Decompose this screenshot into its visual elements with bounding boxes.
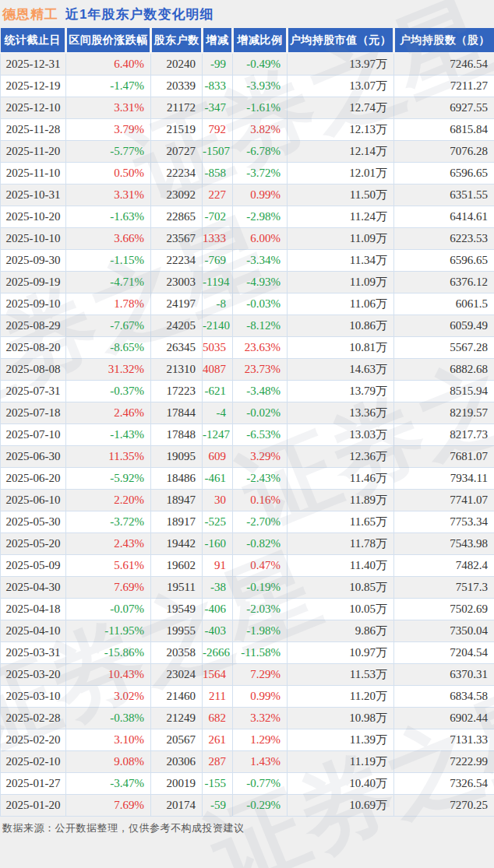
cell-value: 11.24万 [288, 206, 394, 228]
cell-delta: 682 [203, 708, 233, 729]
cell-delta: 30 [203, 490, 233, 511]
cell-pct: 3.10% [66, 729, 151, 751]
cell-pct: 3.31% [66, 184, 151, 206]
cell-delta: 792 [203, 119, 233, 141]
cell-value: 13.03万 [288, 424, 394, 446]
table-row: 2025-07-31-0.37%17223-621-3.48%13.79万851… [1, 381, 494, 402]
table-row: 2025-05-202.43%19442-160-0.82%11.78万7543… [1, 533, 494, 555]
cell-holders: 18947 [151, 490, 203, 511]
cell-shares: 7270.25 [394, 795, 494, 817]
cell-shares: 6815.84 [394, 119, 494, 141]
cell-delta: 1333 [203, 228, 233, 250]
cell-delta: -38 [203, 577, 233, 599]
cell-holders: 22865 [151, 206, 203, 228]
cell-pct: -1.63% [66, 206, 151, 228]
cell-date: 2025-08-08 [1, 359, 66, 381]
cell-shares: 7211.27 [394, 76, 494, 97]
cell-value: 11.09万 [288, 228, 394, 250]
cell-delta: -702 [203, 206, 233, 228]
cell-shares: 7517.3 [394, 577, 494, 599]
cell-value: 12.14万 [288, 141, 394, 163]
cell-delta: -403 [203, 620, 233, 642]
cell-shares: 7204.54 [394, 642, 494, 664]
cell-value: 11.19万 [288, 751, 394, 773]
cell-date: 2025-09-10 [1, 293, 66, 315]
cell-pct: 2.46% [66, 402, 151, 424]
table-row: 2025-11-283.79%215197923.82%12.13万6815.8… [1, 119, 494, 141]
cell-pct: -1.43% [66, 424, 151, 446]
cell-holders: 19095 [151, 446, 203, 468]
cell-shares: 8515.94 [394, 381, 494, 402]
cell-date: 2025-12-19 [1, 76, 66, 97]
cell-date: 2025-03-31 [1, 642, 66, 664]
cell-holders: 19442 [151, 533, 203, 555]
cell-ratio: -1.98% [233, 620, 288, 642]
page-title: 德恩精工近1年股东户数变化明细 [0, 0, 494, 28]
cell-shares: 7222.99 [394, 751, 494, 773]
cell-value: 11.50万 [288, 184, 394, 206]
cell-ratio: -0.82% [233, 533, 288, 555]
cell-holders: 20727 [151, 141, 203, 163]
cell-value: 11.46万 [288, 468, 394, 490]
cell-holders: 20567 [151, 729, 203, 751]
table-row: 2025-07-182.46%17844-4-0.02%13.36万8219.5… [1, 402, 494, 424]
cell-date: 2025-04-10 [1, 620, 66, 642]
cell-shares: 6927.55 [394, 97, 494, 119]
cell-value: 13.79万 [288, 381, 394, 402]
cell-date: 2025-10-31 [1, 184, 66, 206]
cell-value: 11.06万 [288, 293, 394, 315]
cell-ratio: -6.53% [233, 424, 288, 446]
cell-value: 14.63万 [288, 359, 394, 381]
table-row: 2025-06-102.20%18947300.16%11.89万7741.07 [1, 490, 494, 511]
table-row: 2025-04-18-0.07%19549-406-2.03%10.05万750… [1, 599, 494, 620]
cell-holders: 21172 [151, 97, 203, 119]
cell-pct: 2.43% [66, 533, 151, 555]
cell-date: 2025-10-20 [1, 206, 66, 228]
cell-shares: 6351.55 [394, 184, 494, 206]
cell-delta: -769 [203, 250, 233, 272]
cell-pct: 0.50% [66, 163, 151, 184]
cell-ratio: -4.93% [233, 272, 288, 293]
cell-date: 2025-06-30 [1, 446, 66, 468]
cell-date: 2025-11-28 [1, 119, 66, 141]
cell-holders: 23003 [151, 272, 203, 293]
cell-value: 11.39万 [288, 729, 394, 751]
cell-holders: 24205 [151, 315, 203, 337]
cell-delta: -858 [203, 163, 233, 184]
cell-date: 2025-11-10 [1, 163, 66, 184]
shareholder-table: 统计截止日 区间股价涨跌幅 股东户数 增减 增减比例 户均持股市值（元） 户均持… [0, 28, 494, 817]
cell-delta: 227 [203, 184, 233, 206]
cell-holders: 21519 [151, 119, 203, 141]
cell-ratio: -3.93% [233, 76, 288, 97]
cell-date: 2025-07-18 [1, 402, 66, 424]
cell-delta: 91 [203, 555, 233, 577]
cell-shares: 7753.34 [394, 511, 494, 533]
table-row: 2025-09-19-4.71%23003-1194-4.93%11.09万63… [1, 272, 494, 293]
cell-value: 11.34万 [288, 250, 394, 272]
cell-pct: 3.66% [66, 228, 151, 250]
cell-ratio: 7.29% [233, 664, 288, 686]
cell-shares: 6414.61 [394, 206, 494, 228]
cell-delta: -406 [203, 599, 233, 620]
cell-ratio: -2.43% [233, 468, 288, 490]
cell-value: 10.05万 [288, 599, 394, 620]
cell-shares: 7482.4 [394, 555, 494, 577]
table-row: 2025-09-30-1.15%22234-769-3.34%11.34万659… [1, 250, 494, 272]
cell-holders: 17848 [151, 424, 203, 446]
cell-ratio: -11.58% [233, 642, 288, 664]
cell-holders: 20339 [151, 76, 203, 97]
cell-shares: 7681.07 [394, 446, 494, 468]
cell-date: 2025-06-20 [1, 468, 66, 490]
cell-date: 2025-12-31 [1, 53, 66, 76]
table-row: 2025-06-3011.35%190956093.29%12.36万7681.… [1, 446, 494, 468]
cell-holders: 24197 [151, 293, 203, 315]
cell-value: 13.97万 [288, 53, 394, 76]
cell-value: 10.86万 [288, 315, 394, 337]
cell-delta: -2140 [203, 315, 233, 337]
table-row: 2025-05-30-3.72%18917-525-2.70%11.65万775… [1, 511, 494, 533]
cell-pct: -5.77% [66, 141, 151, 163]
cell-shares: 7246.54 [394, 53, 494, 76]
table-row: 2025-08-29-7.67%24205-2140-8.12%10.86万60… [1, 315, 494, 337]
cell-date: 2025-01-20 [1, 795, 66, 817]
cell-holders: 26345 [151, 337, 203, 359]
